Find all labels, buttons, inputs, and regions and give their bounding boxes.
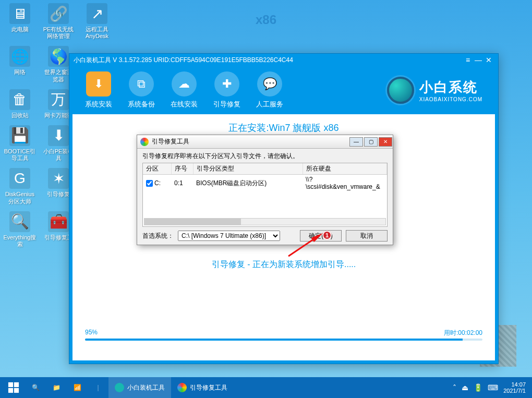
app-icon: 💾	[9, 125, 30, 146]
desktop-icon[interactable]: 🖥此电脑	[3, 3, 37, 40]
tray-battery-icon[interactable]: 🔋	[474, 383, 482, 392]
col-type[interactable]: 引导分区类型	[193, 163, 303, 175]
start-button[interactable]	[2, 377, 25, 398]
svg-rect-2	[8, 388, 13, 393]
taskbar-divider: |	[88, 377, 108, 398]
toolbar-item[interactable]: ☁在线安装	[171, 71, 198, 109]
toolbar-icon: ⧉	[129, 71, 154, 97]
installer-toolbar: ⬇系统安装⧉系统备份☁在线安装✚引导修复💬人工服务 小白系统 XIAOBAIXI…	[69, 66, 498, 114]
taskbar-explorer-icon[interactable]: 📁	[46, 377, 67, 398]
status-text: 引导修复 - 正在为新装系统增加引导.....	[85, 259, 482, 270]
desktop-icon[interactable]: 🌐网络	[3, 46, 37, 82]
dialog-titlebar[interactable]: 引导修复工具 — ▢ ✕	[137, 135, 393, 149]
dialog-close-icon[interactable]: ✕	[379, 137, 392, 147]
toolbar-icon: ⬇	[86, 71, 111, 97]
app-icon: 🌐	[9, 46, 30, 67]
app-icon: 🌎	[48, 46, 69, 67]
toolbar-icon: 💬	[257, 71, 282, 97]
tray-keyboard-icon[interactable]: ⌨	[488, 383, 498, 392]
toolbar-item[interactable]: ⧉系统备份	[128, 71, 155, 109]
dialog-minimize-icon[interactable]: —	[349, 137, 363, 147]
brand-name: 小白系统	[419, 78, 482, 97]
app-icon: 🖥	[9, 3, 30, 24]
row-checkbox[interactable]	[146, 180, 153, 187]
app-icon: G	[9, 168, 30, 189]
boot-repair-dialog: 引导修复工具 — ▢ ✕ 引导修复程序即将在以下分区写入引导文件，请您确认。 分…	[137, 135, 393, 245]
svg-rect-3	[14, 388, 19, 393]
desktop-icon[interactable]: 🔗PE有线无线网络管理	[42, 3, 75, 40]
taskbar-task-installer[interactable]: 小白装机工具	[108, 377, 171, 398]
progress-time: 用时:00:02:00	[444, 329, 482, 337]
close-icon[interactable]: ✕	[483, 56, 494, 64]
desktop-icon[interactable]: 💾BOOTICE引导工具	[3, 125, 37, 162]
desktop-icon[interactable]: 🔍Everything搜索	[3, 211, 37, 248]
dialog-title: 引导修复工具	[152, 137, 349, 146]
desktop-icon[interactable]: 🗑回收站	[3, 89, 37, 119]
install-heading: 正在安装:Win7 旗舰版 x86	[85, 122, 482, 134]
cancel-button[interactable]: 取消	[346, 230, 388, 242]
brand: 小白系统 XIAOBAIXITONG.COM	[387, 77, 482, 104]
minimize-icon[interactable]: —	[473, 56, 483, 64]
app-icon: 🧰	[48, 211, 69, 232]
col-partition[interactable]: 分区	[143, 163, 171, 175]
toolbar-item[interactable]: ⬇系统安装	[85, 71, 112, 109]
windows-logo-icon	[8, 382, 19, 393]
app-icon: 🔗	[48, 3, 69, 24]
taskbar-clock[interactable]: 14:07 2021/7/1	[503, 381, 526, 394]
app-icon: ↗	[87, 3, 107, 24]
toolbar-icon: ✚	[214, 71, 239, 97]
taskbar-search-icon[interactable]: 🔍	[25, 377, 46, 398]
prefer-label: 首选系统：	[142, 232, 174, 240]
taskbar[interactable]: 🔍 📁 📶 | 小白装机工具 引导修复工具 ˄ ⏏ 🔋 ⌨ 14:07 2021…	[0, 377, 532, 398]
installer-titlebar[interactable]: 小白装机工具 V 3.1.572.285 URID:CDFF5A594C09E1…	[69, 54, 498, 66]
system-tray[interactable]: ˄ ⏏ 🔋 ⌨ 14:07 2021/7/1	[453, 381, 530, 394]
table-row[interactable]: C: 0:1 BIOS(MBR磁盘启动分区) \\?\scsi#disk&ven…	[143, 175, 387, 192]
desktop-watermark: x86	[256, 13, 276, 27]
brand-logo	[387, 77, 414, 104]
svg-rect-0	[8, 382, 13, 387]
prefer-system-select[interactable]: C:\ [Windows 7 Ultimate (x86)]	[178, 231, 280, 241]
col-index[interactable]: 序号	[171, 163, 193, 175]
app-icon: ⬇	[48, 125, 69, 146]
progress-bar	[85, 339, 482, 341]
toolbar-item[interactable]: 💬人工服务	[256, 71, 283, 109]
task-icon	[177, 383, 187, 392]
horizontal-scrollbar[interactable]	[144, 218, 386, 225]
dialog-app-icon	[140, 138, 149, 146]
app-icon: 🗑	[9, 89, 30, 110]
dialog-maximize-icon[interactable]: ▢	[364, 137, 378, 147]
app-icon: 🔍	[9, 211, 30, 232]
desktop-icon[interactable]: GDiskGenius分区大师	[3, 168, 37, 204]
app-icon: 万	[48, 89, 69, 110]
svg-rect-1	[14, 382, 19, 387]
annotation-badge: 1	[322, 231, 332, 240]
tray-eject-icon[interactable]: ⏏	[462, 383, 468, 392]
installer-title: 小白装机工具 V 3.1.572.285 URID:CDFF5A594C09E1…	[74, 56, 463, 65]
toolbar-icon: ☁	[172, 71, 197, 97]
taskbar-task-bootrepair[interactable]: 引导修复工具	[171, 377, 234, 398]
app-icon: ✶	[48, 168, 69, 189]
brand-sub: XIAOBAIXITONG.COM	[419, 97, 482, 102]
progress-area: 95% 用时:00:02:00	[85, 329, 482, 341]
dialog-message: 引导修复程序即将在以下分区写入引导文件，请您确认。	[142, 152, 388, 161]
desktop-icon[interactable]: ↗远程工具AnyDesk	[80, 3, 114, 40]
toolbar-item[interactable]: ✚引导修复	[213, 71, 240, 109]
partition-grid[interactable]: 分区 序号 引导分区类型 所在硬盘 C: 0:1 BIOS(MBR磁盘启动分区)…	[142, 163, 388, 227]
tray-up-icon[interactable]: ˄	[453, 383, 456, 392]
task-icon	[115, 383, 124, 392]
col-disk[interactable]: 所在硬盘	[303, 163, 387, 175]
menu-icon[interactable]: ≡	[463, 56, 473, 64]
progress-percent: 95%	[85, 329, 98, 337]
taskbar-wifi-icon[interactable]: 📶	[67, 377, 88, 398]
